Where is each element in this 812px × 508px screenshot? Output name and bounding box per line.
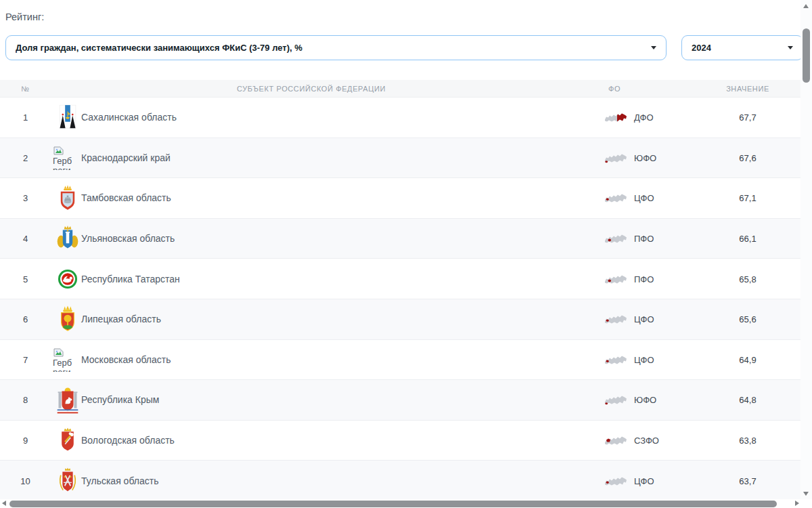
federal-district-map-icon bbox=[604, 474, 627, 487]
fo-label: ПФО bbox=[634, 274, 654, 284]
value-cell: 64,9 bbox=[710, 354, 785, 364]
fo-label: ПФО bbox=[634, 234, 654, 244]
coat-of-arms-icon bbox=[53, 303, 83, 335]
coat-of-arms-icon bbox=[53, 263, 83, 295]
region-name: Краснодарский край bbox=[81, 152, 171, 163]
fo-cell: ДФО bbox=[604, 111, 654, 124]
header-value: ЗНАЧЕНИЕ bbox=[710, 85, 785, 93]
value-cell: 64,8 bbox=[710, 395, 785, 405]
federal-district-map-icon bbox=[604, 313, 627, 326]
fo-label: ЦФО bbox=[634, 354, 654, 364]
horizontal-scroll-thumb[interactable] bbox=[9, 501, 777, 507]
rank-cell: 9 bbox=[0, 436, 51, 446]
table-body: 1 Сахалинская область ДФО 67,7 2 Герб ре… bbox=[0, 98, 800, 501]
table-row[interactable]: 1 Сахалинская область ДФО 67,7 bbox=[0, 98, 800, 138]
rating-table: № СУБЪЕКТ РОССИЙСКОЙ ФЕДЕРАЦИИ ФО ЗНАЧЕН… bbox=[0, 80, 800, 501]
coat-of-arms-icon bbox=[53, 101, 83, 133]
table-row[interactable]: 3 Тамбовская область ЦФО 67,1 bbox=[0, 178, 800, 219]
value-cell: 63,7 bbox=[710, 475, 785, 486]
fo-cell: ЦФО bbox=[604, 313, 654, 326]
vertical-scroll-thumb[interactable] bbox=[803, 28, 810, 83]
federal-district-map-icon bbox=[604, 151, 627, 164]
rank-cell: 4 bbox=[0, 234, 51, 244]
chevron-down-icon bbox=[651, 46, 656, 49]
fo-label: ЦФО bbox=[634, 193, 654, 203]
fo-cell: ЦФО bbox=[604, 192, 654, 205]
table-header: № СУБЪЕКТ РОССИЙСКОЙ ФЕДЕРАЦИИ ФО ЗНАЧЕН… bbox=[0, 80, 800, 98]
region-name: Республика Татарстан bbox=[81, 274, 180, 284]
value-cell: 67,7 bbox=[710, 112, 785, 123]
coat-of-arms-icon bbox=[53, 222, 83, 255]
year-select-value: 2024 bbox=[692, 43, 711, 53]
fo-label: СЗФО bbox=[634, 436, 659, 446]
rank-cell: 2 bbox=[0, 152, 51, 163]
scroll-down-icon[interactable] bbox=[803, 492, 809, 496]
chevron-down-icon bbox=[788, 46, 793, 49]
scroll-left-icon[interactable] bbox=[2, 501, 6, 506]
indicator-select[interactable]: Доля граждан, систематически занимающихс… bbox=[5, 35, 667, 60]
scroll-up-icon[interactable] bbox=[803, 4, 809, 8]
rank-cell: 6 bbox=[0, 314, 51, 324]
federal-district-map-icon bbox=[604, 353, 627, 366]
coat-of-arms-icon bbox=[53, 383, 83, 416]
rank-cell: 8 bbox=[0, 395, 51, 405]
value-cell: 66,1 bbox=[710, 234, 785, 244]
table-row[interactable]: 4 Ульяновская область ПФО 66,1 bbox=[0, 219, 800, 259]
rank-cell: 1 bbox=[0, 112, 51, 123]
fo-label: ЮФО bbox=[634, 395, 656, 405]
fo-cell: ПФО bbox=[604, 272, 654, 285]
header-rank: № bbox=[0, 85, 51, 93]
federal-district-map-icon bbox=[604, 192, 627, 205]
header-subject: СУБЪЕКТ РОССИЙСКОЙ ФЕДЕРАЦИИ bbox=[51, 85, 572, 93]
horizontal-scrollbar[interactable] bbox=[0, 499, 800, 508]
fo-label: ЮФО bbox=[634, 152, 656, 163]
table-row[interactable]: 2 Герб реги Краснодарский край ЮФО 67,6 bbox=[0, 138, 800, 179]
region-name: Липецкая область bbox=[81, 314, 161, 324]
table-row[interactable]: 9 Вологодская область СЗФО 63,8 bbox=[0, 421, 800, 461]
rank-cell: 7 bbox=[0, 354, 51, 364]
value-cell: 67,6 bbox=[710, 152, 785, 163]
fo-cell: ЮФО bbox=[604, 394, 656, 406]
coat-of-arms-icon: Герб реги bbox=[53, 343, 83, 376]
value-cell: 67,1 bbox=[710, 193, 785, 203]
federal-district-map-icon bbox=[604, 394, 627, 406]
fo-cell: ПФО bbox=[604, 232, 654, 245]
value-cell: 65,6 bbox=[710, 314, 785, 324]
table-row[interactable]: 7 Герб реги Московская область ЦФО 64,9 bbox=[0, 340, 800, 381]
header-fo: ФО bbox=[572, 85, 657, 93]
coat-of-arms-icon bbox=[53, 465, 83, 497]
rank-cell: 10 bbox=[0, 475, 51, 486]
coat-of-arms-icon: Герб реги bbox=[53, 142, 83, 174]
federal-district-map-icon bbox=[604, 272, 627, 285]
table-row[interactable]: 8 Республика Крым ЮФО 64,8 bbox=[0, 380, 800, 421]
table-row[interactable]: 10 Тульская область ЦФО 63,7 bbox=[0, 461, 800, 501]
fo-label: ЦФО bbox=[634, 314, 654, 324]
region-name: Московская область bbox=[81, 354, 171, 365]
rank-cell: 3 bbox=[0, 193, 51, 203]
region-name: Тамбовская область bbox=[81, 192, 171, 203]
federal-district-map-icon bbox=[604, 111, 627, 124]
broken-image-icon: Герб реги bbox=[53, 146, 83, 170]
rating-page: Рейтинг: Доля граждан, систематически за… bbox=[0, 0, 812, 508]
fo-cell: СЗФО bbox=[604, 434, 659, 447]
federal-district-map-icon bbox=[604, 232, 627, 245]
rank-cell: 5 bbox=[0, 274, 51, 284]
value-cell: 65,8 bbox=[710, 274, 785, 284]
region-name: Ульяновская область bbox=[81, 233, 175, 244]
fo-label: ЦФО bbox=[634, 475, 654, 486]
coat-of-arms-icon bbox=[53, 182, 83, 214]
region-name: Сахалинская область bbox=[81, 112, 177, 123]
indicator-select-value: Доля граждан, систематически занимающихс… bbox=[16, 43, 302, 53]
broken-image-icon: Герб реги bbox=[53, 347, 83, 372]
table-row[interactable]: 5 Республика Татарстан ПФО 65,8 bbox=[0, 259, 800, 299]
fo-cell: ЦФО bbox=[604, 353, 654, 366]
table-row[interactable]: 6 Липецкая область ЦФО 65,6 bbox=[0, 299, 800, 340]
vertical-scrollbar[interactable] bbox=[800, 0, 812, 499]
year-select[interactable]: 2024 bbox=[681, 35, 803, 60]
region-name: Вологодская область bbox=[81, 435, 175, 446]
rating-label: Рейтинг: bbox=[5, 12, 44, 22]
coat-of-arms-icon bbox=[53, 424, 83, 457]
value-cell: 63,8 bbox=[710, 436, 785, 446]
fo-cell: ЦФО bbox=[604, 474, 654, 487]
scroll-right-icon[interactable] bbox=[795, 501, 799, 506]
